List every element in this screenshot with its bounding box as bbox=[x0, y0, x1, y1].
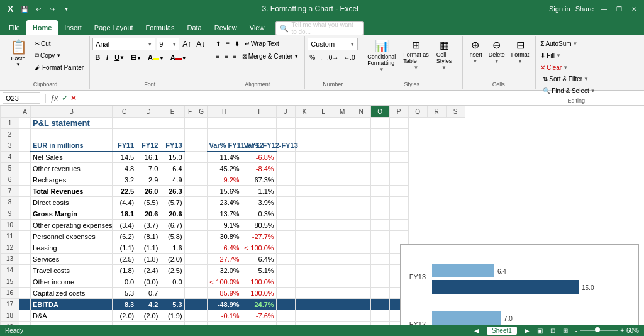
cell-c[interactable]: FY11 bbox=[113, 140, 136, 152]
cell-h[interactable]: -6.4% bbox=[207, 242, 242, 254]
cell-extra-2[interactable] bbox=[314, 140, 333, 152]
wrap-text-button[interactable]: ↵ Wrap Text bbox=[243, 38, 281, 49]
view-break-icon[interactable]: ⊞ bbox=[563, 327, 568, 334]
cell-extra-0[interactable] bbox=[276, 231, 295, 242]
cell-i[interactable]: 1.1% bbox=[242, 186, 276, 197]
cell-extra-5[interactable] bbox=[370, 152, 389, 163]
cell-e[interactable]: (6.7) bbox=[160, 220, 184, 231]
cell-extra-3[interactable] bbox=[333, 231, 352, 242]
cell-extra-3[interactable] bbox=[333, 129, 352, 140]
cell-extra-1[interactable] bbox=[295, 118, 314, 129]
cell-extra-0[interactable] bbox=[276, 174, 295, 186]
cell-extra-5[interactable] bbox=[370, 242, 389, 254]
col-header-q[interactable]: Q bbox=[408, 106, 427, 118]
cell-h[interactable]: 13.7% bbox=[207, 208, 242, 220]
col-header-r[interactable]: R bbox=[427, 106, 446, 118]
cell-c[interactable]: (1.8) bbox=[113, 265, 136, 276]
cell-extra-3[interactable] bbox=[333, 197, 352, 208]
format-painter-button[interactable]: 🖌Format Painter bbox=[33, 62, 86, 73]
cell-f[interactable] bbox=[184, 310, 196, 322]
undo-icon[interactable]: ↩ bbox=[33, 4, 43, 14]
cell-extra-0[interactable] bbox=[276, 163, 295, 174]
cell-f[interactable] bbox=[184, 299, 196, 310]
cell-extra-3[interactable] bbox=[333, 208, 352, 220]
number-format-dropdown[interactable]: Custom ▼ bbox=[308, 38, 358, 50]
cell-g[interactable] bbox=[196, 242, 207, 254]
cell-a[interactable] bbox=[19, 254, 31, 265]
cell-h[interactable]: <-100.0% bbox=[207, 276, 242, 288]
cell-d[interactable]: (5.5) bbox=[136, 197, 160, 208]
cell-g[interactable] bbox=[196, 186, 207, 197]
fill-button[interactable]: ⬇ Fill ▼ bbox=[538, 50, 563, 61]
cell-b[interactable]: P&L statement bbox=[31, 118, 113, 129]
cell-e[interactable]: 4.9 bbox=[160, 174, 184, 186]
font-color-button[interactable]: A▼ bbox=[168, 52, 189, 63]
font-increase-button[interactable]: A↑ bbox=[180, 38, 193, 50]
cell-f[interactable] bbox=[184, 152, 196, 163]
cell-h[interactable]: 45.2% bbox=[207, 163, 242, 174]
cell-extra-0[interactable] bbox=[276, 299, 295, 310]
ribbon-search-box[interactable]: 🔍 Tell me what you want to do... bbox=[275, 21, 364, 35]
cell-extra-2[interactable] bbox=[314, 129, 333, 140]
cell-i[interactable]: 3.9% bbox=[242, 197, 276, 208]
tab-view[interactable]: View bbox=[243, 20, 271, 35]
table-row[interactable]: 4Net Sales14.516.115.011.4%-6.8% bbox=[1, 152, 465, 163]
table-row[interactable]: 12Leasing(1.1)(1.1)1.6-6.4%<-100.0% bbox=[1, 242, 465, 254]
cell-extra-0[interactable] bbox=[276, 254, 295, 265]
cell-f[interactable] bbox=[184, 118, 196, 129]
font-size-selector[interactable]: 9 ▼ bbox=[157, 38, 179, 50]
save-icon[interactable]: 💾 bbox=[19, 4, 30, 14]
cell-g[interactable] bbox=[196, 118, 207, 129]
cell-extra-5[interactable] bbox=[370, 299, 389, 310]
cell-extra-6[interactable] bbox=[389, 220, 408, 231]
cell-extra-3[interactable] bbox=[333, 288, 352, 299]
cell-extra-3[interactable] bbox=[333, 310, 352, 322]
cell-extra-4[interactable] bbox=[352, 129, 370, 140]
cell-extra-3[interactable] bbox=[333, 152, 352, 163]
cell-i[interactable]: -6.8% bbox=[242, 152, 276, 163]
cell-extra-1[interactable] bbox=[295, 310, 314, 322]
cell-extra-4[interactable] bbox=[352, 299, 370, 310]
cell-b[interactable] bbox=[31, 129, 113, 140]
autosum-button[interactable]: Σ AutoSum ▼ bbox=[538, 38, 579, 49]
cell-d[interactable]: 4.2 bbox=[136, 299, 160, 310]
cell-c[interactable]: 22.5 bbox=[113, 186, 136, 197]
cell-c[interactable]: 3.2 bbox=[113, 174, 136, 186]
cell-e[interactable]: 1.6 bbox=[160, 242, 184, 254]
customize-icon[interactable]: ▼ bbox=[61, 4, 71, 14]
cell-a[interactable] bbox=[19, 288, 31, 299]
cell-extra-2[interactable] bbox=[314, 220, 333, 231]
formula-check-icon[interactable]: ✓ bbox=[62, 94, 68, 103]
zoom-track[interactable] bbox=[580, 330, 618, 331]
cell-extra-4[interactable] bbox=[352, 288, 370, 299]
cell-extra-5[interactable] bbox=[370, 231, 389, 242]
cell-h[interactable] bbox=[207, 129, 242, 140]
cell-extra-2[interactable] bbox=[314, 276, 333, 288]
col-header-p[interactable]: P bbox=[389, 106, 408, 118]
cell-e[interactable]: (2.0) bbox=[160, 254, 184, 265]
cell-extra-1[interactable] bbox=[295, 231, 314, 242]
col-header-b[interactable]: B bbox=[31, 106, 113, 118]
cell-extra-0[interactable] bbox=[276, 310, 295, 322]
delete-button[interactable]: ⊖ Delete ▼ bbox=[486, 38, 508, 65]
cell-extra-5[interactable] bbox=[370, 163, 389, 174]
bold-button[interactable]: B bbox=[92, 52, 103, 63]
cell-f[interactable] bbox=[184, 186, 196, 197]
view-normal-icon[interactable]: ▣ bbox=[537, 327, 543, 334]
cell-extra-2[interactable] bbox=[314, 310, 333, 322]
insert-button[interactable]: ⊕ Insert ▼ bbox=[465, 38, 485, 65]
cell-extra-0[interactable] bbox=[276, 118, 295, 129]
cell-extra-5[interactable] bbox=[370, 186, 389, 197]
cell-i[interactable]: <-100.0% bbox=[242, 242, 276, 254]
conditional-formatting-button[interactable]: 📊 ConditionalFormatting ▼ bbox=[365, 38, 398, 74]
close-button[interactable]: ✕ bbox=[629, 4, 639, 14]
italic-button[interactable]: I bbox=[104, 52, 111, 63]
cell-i[interactable]: -27.7% bbox=[242, 231, 276, 242]
cell-h[interactable] bbox=[207, 118, 242, 129]
cell-i[interactable] bbox=[242, 129, 276, 140]
cell-extra-3[interactable] bbox=[333, 174, 352, 186]
align-top-button[interactable]: ⬆ bbox=[214, 38, 223, 49]
cell-extra-6[interactable] bbox=[389, 208, 408, 220]
cell-e[interactable] bbox=[160, 118, 184, 129]
cell-extra-3[interactable] bbox=[333, 163, 352, 174]
